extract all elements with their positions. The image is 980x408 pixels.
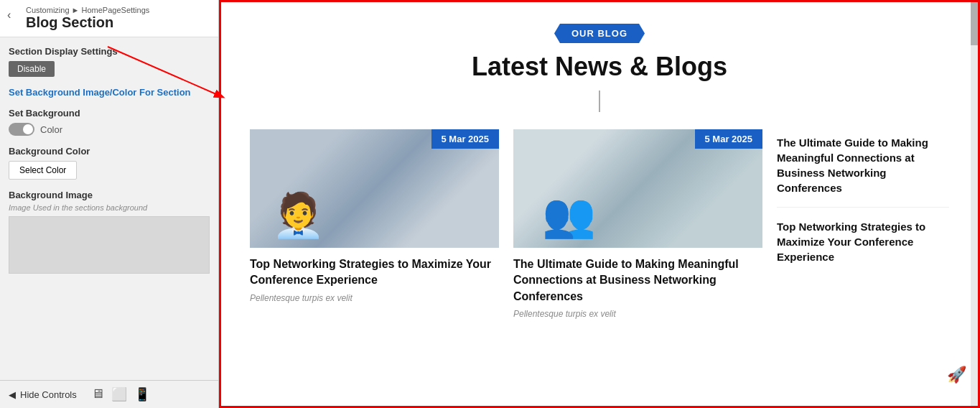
panel-body: Section Display Settings Disable Set Bac… xyxy=(0,37,218,380)
blog-cards-row: 5 Mar 2025 Top Networking Strategies to … xyxy=(250,129,949,319)
back-arrow-button[interactable]: ‹ xyxy=(7,9,11,22)
desktop-icon[interactable]: 🖥 xyxy=(91,386,104,402)
bg-image-hint: Image Used in the sections background xyxy=(9,203,210,212)
panel-title: Blog Section xyxy=(26,14,210,31)
breadcrumb: Customizing ► HomePageSettings xyxy=(26,6,210,14)
left-panel: ‹ Customizing ► HomePageSettings Blog Se… xyxy=(0,0,219,408)
panel-header: ‹ Customizing ► HomePageSettings Blog Se… xyxy=(0,0,218,37)
bg-image-label: Background Image xyxy=(9,190,210,200)
blog-main-title: Latest News & Blogs xyxy=(250,52,949,82)
card-1-title: Top Networking Strategies to Maximize Yo… xyxy=(250,256,499,289)
tablet-icon[interactable]: ⬜ xyxy=(111,386,127,402)
color-toggle-switch[interactable] xyxy=(9,123,34,136)
hide-controls-button[interactable]: ◀ Hide Controls xyxy=(9,389,77,400)
bg-image-area xyxy=(9,216,210,274)
card-2-title: The Ultimate Guide to Making Meaningful … xyxy=(513,256,762,305)
scrollbar-track xyxy=(971,2,978,406)
card-1-excerpt: Pellentesque turpis ex velit xyxy=(250,293,499,303)
right-content: OUR BLOG Latest News & Blogs 5 Mar 2025 … xyxy=(219,0,980,408)
scrollbar-thumb[interactable] xyxy=(971,2,978,45)
card-1-image-wrap: 5 Mar 2025 xyxy=(250,129,499,248)
text-card-1-title: The Ultimate Guide to Making Meaningful … xyxy=(777,135,949,208)
card-2-date: 5 Mar 2025 xyxy=(695,129,763,149)
footer-icons: 🖥 ⬜ 📱 xyxy=(91,386,150,402)
blog-card-1: 5 Mar 2025 Top Networking Strategies to … xyxy=(250,129,499,319)
left-arrow-icon: ◀ xyxy=(9,389,16,400)
select-color-button[interactable]: Select Color xyxy=(9,161,77,180)
blog-section: OUR BLOG Latest News & Blogs 5 Mar 2025 … xyxy=(221,2,978,333)
rocket-button[interactable]: 🚀 xyxy=(947,366,966,384)
card-1-date: 5 Mar 2025 xyxy=(431,129,500,149)
title-divider xyxy=(599,91,600,112)
our-blog-badge: OUR BLOG xyxy=(554,24,645,43)
card-2-image-wrap: 5 Mar 2025 xyxy=(513,129,762,248)
mobile-icon[interactable]: 📱 xyxy=(134,386,150,402)
color-toggle-row: Color xyxy=(9,123,210,136)
bg-color-label: Background Color xyxy=(9,146,210,157)
blog-card-2: 5 Mar 2025 The Ultimate Guide to Making … xyxy=(513,129,762,319)
blog-text-cards: The Ultimate Guide to Making Meaningful … xyxy=(777,129,949,319)
disable-button[interactable]: Disable xyxy=(9,61,55,77)
text-card-2-title: Top Networking Strategies to Maximize Yo… xyxy=(777,219,949,276)
card-2-excerpt: Pellentesque turpis ex velit xyxy=(513,309,762,319)
panel-footer: ◀ Hide Controls 🖥 ⬜ 📱 xyxy=(0,380,218,408)
set-bg-link[interactable]: Set Background Image/Color For Section xyxy=(9,87,210,98)
section-display-label: Section Display Settings xyxy=(9,46,210,57)
color-toggle-label: Color xyxy=(40,124,62,135)
hide-controls-label: Hide Controls xyxy=(20,389,77,400)
set-bg-label: Set Background xyxy=(9,108,210,119)
